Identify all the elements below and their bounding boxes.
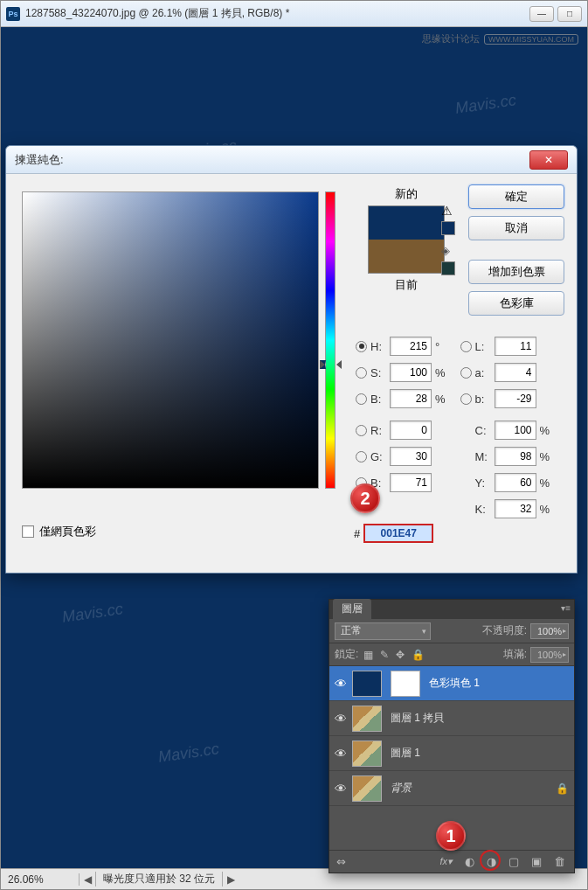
lock-icon: 🔒 — [556, 782, 569, 795]
layer-thumb[interactable] — [352, 706, 382, 732]
panel-menu-icon[interactable]: ▾≡ — [561, 603, 571, 613]
layer-name[interactable]: 色彩填色 1 — [424, 676, 569, 691]
radio-bv[interactable] — [356, 393, 367, 405]
hue-thumb-icon[interactable] — [320, 360, 326, 369]
annotation-circle — [480, 850, 501, 871]
trash-icon[interactable]: 🗑 — [554, 855, 565, 868]
layer-thumb[interactable] — [352, 671, 382, 697]
layer-name[interactable]: 圖層 1 拷貝 — [385, 711, 569, 726]
web-only-checkbox[interactable] — [22, 525, 34, 538]
gamut-swatch[interactable] — [441, 221, 455, 235]
annotation-badge-2: 2 — [350, 483, 380, 513]
status-prev-icon[interactable]: ◀ — [80, 873, 95, 886]
c-input[interactable] — [495, 421, 536, 440]
hue-thumb-right-icon[interactable] — [336, 360, 342, 369]
radio-b[interactable] — [460, 393, 472, 405]
g-input[interactable] — [390, 447, 432, 466]
fx-icon[interactable]: fx▾ — [439, 856, 453, 867]
layer-thumb[interactable] — [352, 775, 382, 802]
maximize-button[interactable]: □ — [557, 6, 582, 22]
lock-brush-icon[interactable]: ✎ — [380, 649, 389, 661]
l-input[interactable] — [495, 337, 536, 356]
new-color-label: 新的 — [354, 186, 459, 202]
layer-thumb[interactable] — [352, 741, 382, 767]
hex-input[interactable] — [363, 524, 433, 543]
dialog-titlebar[interactable]: 揀選純色: ✕ — [6, 146, 577, 174]
hue-slider[interactable] — [325, 191, 336, 489]
s-input[interactable] — [390, 363, 432, 382]
blend-mode-select[interactable]: 正常 — [335, 622, 431, 640]
layer-mask-thumb[interactable] — [391, 671, 420, 697]
radio-s[interactable] — [356, 367, 367, 379]
lock-label: 鎖定: — [335, 647, 358, 662]
radio-a[interactable] — [460, 367, 472, 379]
new-layer-icon[interactable]: ▣ — [531, 855, 542, 868]
layer-name[interactable]: 背景 — [385, 781, 556, 796]
lock-all-icon[interactable]: 🔒 — [412, 649, 425, 661]
opacity-input[interactable]: 100% — [530, 623, 569, 639]
layer-row[interactable]: 👁 色彩填色 1 — [329, 666, 574, 701]
status-next-icon[interactable]: ▶ — [223, 873, 239, 886]
opacity-label: 不透明度: — [482, 623, 527, 638]
color-libraries-button[interactable]: 色彩庫 — [468, 291, 564, 316]
websafe-swatch[interactable] — [441, 261, 455, 275]
h-input[interactable] — [390, 337, 432, 356]
visibility-icon[interactable]: 👁 — [329, 747, 352, 761]
document-title: 1287588_43224070.jpg @ 26.1% (圖層 1 拷貝, R… — [25, 6, 529, 21]
radio-l[interactable] — [460, 341, 472, 352]
color-fields: H:° L: S:% a: B:% b: R: C:% G: M:% — [356, 333, 564, 522]
add-swatch-button[interactable]: 增加到色票 — [468, 260, 564, 284]
bb-input[interactable] — [390, 473, 432, 492]
color-picker-dialog: 揀選純色: ✕ 新的 目前 ⚠ ◈ 確定 — [5, 145, 578, 574]
watermark-text: Mavis.cc — [157, 740, 220, 767]
layers-footer: ⇔ fx▾ ◐ ◑ ▢ ▣ 🗑 — [329, 850, 574, 873]
fill-label: 填滿: — [503, 647, 527, 662]
zoom-level[interactable]: 26.06% — [1, 873, 80, 886]
layers-tab[interactable]: 圖層 — [333, 599, 371, 619]
radio-r[interactable] — [356, 425, 367, 436]
visibility-icon[interactable]: 👁 — [329, 712, 352, 726]
k-input[interactable] — [495, 499, 536, 518]
m-input[interactable] — [495, 447, 536, 466]
lock-move-icon[interactable]: ✥ — [396, 649, 405, 661]
cancel-button[interactable]: 取消 — [468, 216, 564, 240]
bv-input[interactable] — [390, 389, 432, 408]
minimize-button[interactable]: — — [529, 6, 554, 22]
hex-row: # — [354, 524, 433, 543]
folder-icon[interactable]: ▢ — [508, 855, 519, 868]
r-input[interactable] — [390, 421, 432, 440]
watermark-text: Mavis.cc — [454, 91, 517, 118]
color-swatch[interactable] — [368, 205, 445, 274]
layer-row[interactable]: 👁 背景 🔒 — [329, 771, 574, 806]
mask-icon[interactable]: ◐ — [465, 855, 474, 868]
ok-button[interactable]: 確定 — [468, 184, 564, 209]
color-field[interactable] — [22, 191, 319, 489]
titlebar: Ps 1287588_43224070.jpg @ 26.1% (圖層 1 拷貝… — [1, 1, 587, 27]
visibility-icon[interactable]: 👁 — [329, 782, 352, 796]
link-layers-icon[interactable]: ⇔ — [336, 855, 346, 868]
dialog-close-button[interactable]: ✕ — [529, 150, 568, 170]
lock-transparency-icon[interactable]: ▦ — [363, 649, 373, 661]
layer-row[interactable]: 👁 圖層 1 — [329, 736, 574, 771]
layer-list: 👁 色彩填色 1 👁 圖層 1 拷貝 👁 圖層 1 👁 背景 🔒 — [329, 666, 574, 806]
a-input[interactable] — [495, 363, 536, 382]
websafe-icon[interactable]: ◈ — [441, 244, 450, 257]
layer-row[interactable]: 👁 圖層 1 拷貝 — [329, 701, 574, 736]
photoshop-window: Ps 1287588_43224070.jpg @ 26.1% (圖層 1 拷貝… — [0, 0, 588, 890]
radio-g[interactable] — [356, 451, 367, 462]
gamut-warning-icon[interactable]: ⚠ — [441, 204, 453, 218]
fill-input[interactable]: 100% — [530, 647, 569, 663]
layer-name[interactable]: 圖層 1 — [385, 746, 569, 761]
annotation-badge-1: 1 — [436, 821, 466, 851]
y-input[interactable] — [495, 473, 536, 492]
web-only-label: 僅網頁色彩 — [39, 524, 96, 539]
new-color-swatch[interactable] — [369, 206, 444, 240]
hex-hash-label: # — [354, 527, 360, 540]
web-colors-only[interactable]: 僅網頁色彩 — [22, 524, 96, 539]
b-input[interactable] — [495, 389, 536, 408]
dialog-title: 揀選純色: — [15, 152, 529, 168]
layers-tabbar: 圖層 ▾≡ — [329, 600, 574, 619]
visibility-icon[interactable]: 👁 — [329, 677, 352, 691]
current-color-swatch[interactable] — [369, 240, 444, 273]
radio-h[interactable] — [356, 341, 367, 352]
